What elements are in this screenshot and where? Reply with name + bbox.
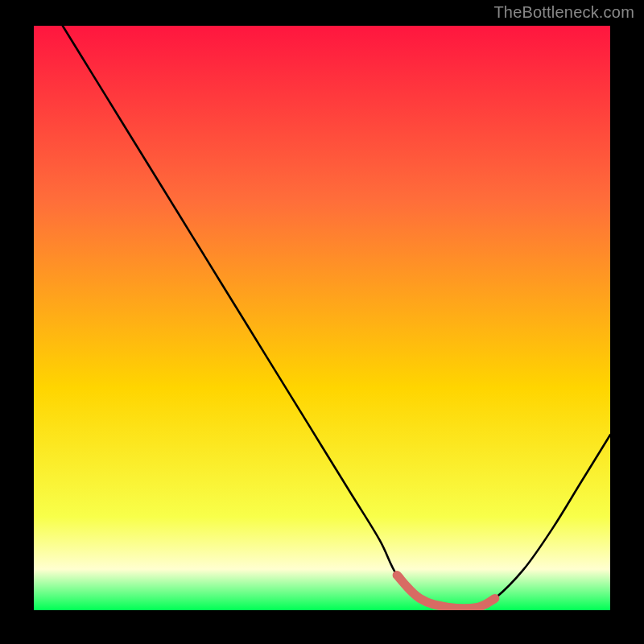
chart-plot-area: [34, 26, 610, 610]
watermark-text: TheBottleneck.com: [493, 3, 634, 22]
chart-frame: TheBottleneck.com: [0, 0, 644, 644]
chart-background-gradient: [34, 26, 610, 610]
chart-svg: [34, 26, 610, 610]
